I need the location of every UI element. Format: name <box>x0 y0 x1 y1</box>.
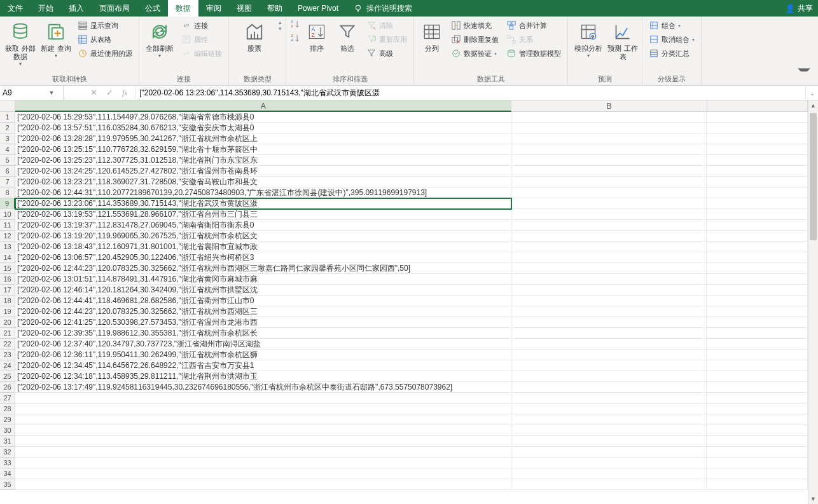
filter-button[interactable]: 筛选 <box>333 19 361 53</box>
column-header[interactable]: B <box>511 100 707 112</box>
cell[interactable] <box>511 198 707 209</box>
consolidate-button[interactable]: 合并计算 <box>504 19 564 32</box>
row-header[interactable]: 12 <box>0 231 15 242</box>
cell[interactable] <box>511 112 707 123</box>
cell[interactable] <box>707 198 808 209</box>
row-header[interactable]: 23 <box>0 350 15 360</box>
cell[interactable] <box>707 393 808 404</box>
cell[interactable] <box>511 436 707 447</box>
cell[interactable] <box>707 425 808 436</box>
cell[interactable]: ["2020-02-06 13:01:51",114.878491,31.447… <box>15 274 511 285</box>
row-header[interactable]: 24 <box>0 360 15 371</box>
row-header[interactable]: 22 <box>0 339 15 350</box>
cell[interactable] <box>707 133 808 144</box>
row-header[interactable]: 19 <box>0 306 15 317</box>
row-header[interactable]: 25 <box>0 371 15 382</box>
row-header[interactable]: 11 <box>0 220 15 231</box>
cell[interactable] <box>511 479 707 490</box>
row-header[interactable]: 4 <box>0 144 15 155</box>
cell[interactable] <box>511 317 707 328</box>
cell[interactable]: ["2020-02-06 13:57:51",116.035284,30.676… <box>15 123 511 133</box>
name-box-input[interactable] <box>3 88 47 97</box>
cell[interactable]: ["2020-02-06 13:25:23",112.307725,31.012… <box>15 155 511 166</box>
data-validation-button[interactable]: 数据验证 ▾ <box>448 47 501 60</box>
sort-za-button[interactable]: ZA <box>290 33 300 43</box>
cell[interactable] <box>707 350 808 360</box>
row-header[interactable]: 31 <box>0 436 15 447</box>
tab-公式[interactable]: 公式 <box>137 0 168 17</box>
cell[interactable]: ["2020-02-06 12:37:40",120.34797,30.7377… <box>15 339 511 350</box>
tab-插入[interactable]: 插入 <box>61 0 92 17</box>
cell[interactable] <box>511 382 707 393</box>
cell[interactable] <box>707 144 808 155</box>
column-header[interactable]: A <box>15 100 511 112</box>
group-button[interactable]: 组合 ▾ <box>646 19 697 32</box>
cell[interactable] <box>511 123 707 133</box>
sort-button[interactable]: AZ 排序 <box>303 19 331 53</box>
cell[interactable] <box>707 458 808 468</box>
cell[interactable] <box>707 166 808 177</box>
scrollbar-thumb[interactable] <box>810 113 817 240</box>
cell[interactable] <box>15 436 511 447</box>
row-header[interactable]: 33 <box>0 458 15 468</box>
row-header[interactable]: 7 <box>0 177 15 187</box>
cell[interactable]: ["2020-02-06 13:19:53",121.553691,28.966… <box>15 209 511 220</box>
row-header[interactable]: 1 <box>0 112 15 123</box>
row-header[interactable]: 21 <box>0 328 15 339</box>
cell[interactable]: ["2020-02-06 12:44:41",118.469681,28.682… <box>15 296 511 306</box>
cell[interactable] <box>511 414 707 425</box>
cell[interactable]: ["2020-02-06 12:41:25",120.530398,27.573… <box>15 317 511 328</box>
cell[interactable]: ["2020-02-06 12:44:23",120.078325,30.325… <box>15 263 511 274</box>
advanced-filter-button[interactable]: 高级 <box>364 47 410 60</box>
row-header[interactable]: 28 <box>0 404 15 414</box>
cell[interactable]: ["2020-02-06 13:23:21",118.369027,31.728… <box>15 177 511 187</box>
cell[interactable] <box>707 328 808 339</box>
cell[interactable] <box>707 296 808 306</box>
cell[interactable] <box>511 458 707 468</box>
cell[interactable] <box>707 263 808 274</box>
row-header[interactable]: 13 <box>0 242 15 252</box>
cell[interactable] <box>707 468 808 479</box>
row-header[interactable]: 10 <box>0 209 15 220</box>
row-header[interactable]: 29 <box>0 414 15 425</box>
cell[interactable] <box>511 144 707 155</box>
row-header[interactable]: 35 <box>0 479 15 490</box>
tab-审阅[interactable]: 审阅 <box>198 0 229 17</box>
cell[interactable] <box>511 274 707 285</box>
cell[interactable] <box>707 209 808 220</box>
cell[interactable] <box>511 447 707 458</box>
cell[interactable] <box>707 252 808 263</box>
cell[interactable] <box>511 339 707 350</box>
cell[interactable] <box>15 425 511 436</box>
subtotal-button[interactable]: 分类汇总 <box>646 47 697 60</box>
what-if-button[interactable]: ? 模拟分析 ▾ <box>572 19 605 58</box>
cell[interactable] <box>511 133 707 144</box>
flash-fill-button[interactable]: 快速填充 <box>448 19 501 32</box>
cell[interactable]: ["2020-02-06 12:46:14",120.181264,30.342… <box>15 285 511 296</box>
cell[interactable]: ["2020-02-06 13:25:15",110.776728,32.629… <box>15 144 511 155</box>
cell[interactable] <box>511 155 707 166</box>
refresh-all-button[interactable]: 全部刷新 ▾ <box>143 19 176 58</box>
new-query-button[interactable]: 新建 查询 ▾ <box>39 19 73 58</box>
cell[interactable] <box>511 425 707 436</box>
row-header[interactable]: 18 <box>0 296 15 306</box>
row-header[interactable]: 14 <box>0 252 15 263</box>
cell[interactable] <box>707 404 808 414</box>
cell[interactable] <box>15 404 511 414</box>
cell[interactable] <box>15 393 511 404</box>
cell[interactable] <box>707 231 808 242</box>
select-all-corner[interactable] <box>0 100 15 112</box>
row-header[interactable]: 9 <box>0 198 15 209</box>
cell[interactable] <box>707 155 808 166</box>
cell[interactable] <box>511 360 707 371</box>
forecast-sheet-button[interactable]: 预测 工作表 <box>607 19 638 61</box>
cell[interactable] <box>707 479 808 490</box>
row-header[interactable]: 27 <box>0 393 15 404</box>
cell[interactable] <box>707 187 808 198</box>
cell[interactable] <box>707 317 808 328</box>
cell[interactable]: ["2020-02-06 13:17:49",119.9245811631944… <box>15 382 511 393</box>
row-header[interactable]: 6 <box>0 166 15 177</box>
cell[interactable] <box>511 252 707 263</box>
row-header[interactable]: 32 <box>0 447 15 458</box>
cell[interactable] <box>511 371 707 382</box>
